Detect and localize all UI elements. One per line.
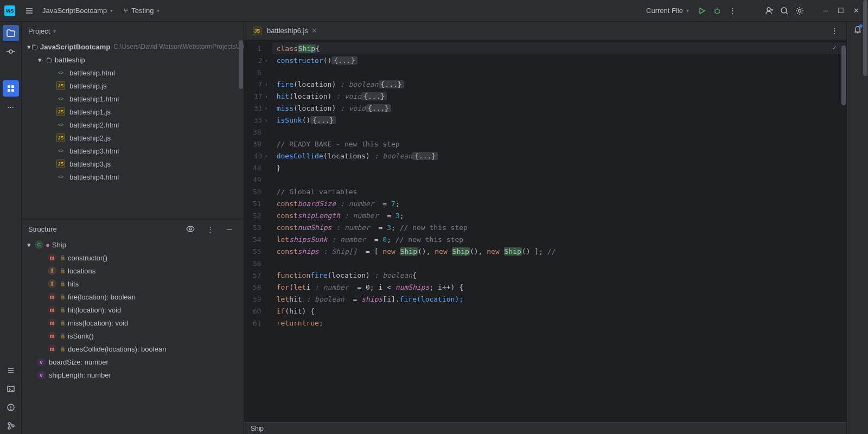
structure-member[interactable]: f🔒locations	[22, 264, 244, 277]
tree-file[interactable]: JSbattleship.js	[22, 79, 244, 92]
project-panel-header[interactable]: Project ▾	[22, 22, 244, 40]
main-menu-button[interactable]	[22, 3, 37, 18]
gutter: 1 2 ›6 7 ›17 ›31 ›35 ›38 39 40 ›48 49 50…	[244, 40, 272, 422]
structure-member[interactable]: f🔒hits	[22, 277, 244, 290]
file-label: battleship1.js	[69, 108, 111, 116]
tree-root[interactable]: ▾ 🗀 JavaScriptBootcamp C:\Users\David Wa…	[22, 40, 244, 53]
structure-more-button[interactable]: ⋮	[202, 221, 218, 237]
structure-member[interactable]: m🔒hit(location): void	[22, 303, 244, 316]
html-file-icon: <>	[56, 146, 65, 155]
structure-member[interactable]: m🔒isSunk()	[22, 329, 244, 342]
chevron-down-icon: ▾	[53, 28, 56, 34]
view-options-button[interactable]	[183, 221, 198, 237]
debug-button[interactable]	[710, 3, 725, 18]
editor-tabs: JS battleship6.js ✕ ⋮	[244, 22, 846, 40]
more-tools-button[interactable]: ⋯	[3, 99, 19, 115]
member-label: hits	[68, 280, 79, 288]
code-with-me-button[interactable]	[762, 3, 777, 18]
code-editor[interactable]: 1 2 ›6 7 ›17 ›31 ›35 ›38 39 40 ›48 49 50…	[244, 40, 846, 422]
settings-button[interactable]	[792, 3, 807, 18]
close-window-button[interactable]: ✕	[848, 3, 864, 18]
tree-file[interactable]: JSbattleship1.js	[22, 105, 244, 118]
tree-file[interactable]: JSbattleship3.js	[22, 157, 244, 170]
file-label: battleship2.html	[69, 121, 119, 129]
file-label: battleship3.js	[69, 160, 111, 168]
more-actions-button[interactable]: ⋮	[725, 3, 740, 18]
js-file-icon: JS	[56, 81, 65, 90]
collapse-panel-button[interactable]: ─	[222, 221, 237, 237]
line-number: 35 ›	[253, 114, 268, 126]
project-tool-button[interactable]	[3, 25, 19, 41]
editor-tab[interactable]: JS battleship6.js ✕	[248, 22, 322, 40]
js-file-icon: JS	[253, 27, 261, 35]
svg-point-31	[8, 427, 10, 429]
code-content[interactable]: class Ship { constructor() {...} fire(lo…	[272, 40, 846, 422]
global-label: shipLength: number	[49, 371, 111, 379]
problems-tool-button[interactable]	[3, 399, 19, 416]
field-icon: f	[48, 279, 56, 288]
tab-filename: battleship6.js	[267, 27, 308, 35]
editor-more-button[interactable]: ⋮	[827, 23, 842, 39]
line-number: 54	[253, 233, 268, 245]
svg-rect-21	[8, 89, 10, 92]
structure-member[interactable]: m🔒fire(location): boolean	[22, 290, 244, 303]
tree-file[interactable]: <>battleship2.html	[22, 118, 244, 131]
todo-tool-button[interactable]	[3, 362, 19, 379]
fold-icon[interactable]: ›	[265, 117, 268, 123]
tree-file[interactable]: <>battleship1.html	[22, 92, 244, 105]
js-file-icon: JS	[56, 133, 65, 142]
lock-icon: 🔒	[60, 307, 66, 312]
expand-icon[interactable]: ▾	[27, 241, 35, 249]
svg-point-33	[189, 228, 192, 230]
breadcrumb-item[interactable]: Ship	[251, 425, 264, 432]
svg-point-4	[715, 9, 719, 14]
line-number: 2 ›	[253, 54, 268, 66]
structure-tree[interactable]: ▾ C ● Ship m🔒constructor()f🔒locationsf🔒h…	[22, 238, 244, 434]
line-number: 61	[253, 317, 268, 329]
structure-member[interactable]: m🔒miss(location): void	[22, 316, 244, 329]
tree-file[interactable]: JSbattleship2.js	[22, 131, 244, 144]
breadcrumb-bar[interactable]: Ship	[244, 422, 846, 434]
vcs-branch-selector[interactable]: ⑂ Testing ▾	[118, 3, 165, 18]
chevron-down-icon: ▾	[110, 8, 113, 14]
commit-tool-button[interactable]	[3, 43, 19, 60]
fold-icon[interactable]: ›	[265, 153, 268, 159]
left-tool-strip: ⋯	[0, 22, 22, 434]
svg-point-16	[9, 50, 12, 53]
search-everywhere-button[interactable]	[777, 3, 792, 18]
expand-icon[interactable]: ▾	[27, 43, 31, 51]
member-label: constructor()	[68, 254, 107, 262]
notifications-button[interactable]	[853, 25, 862, 35]
vcs-tool-button[interactable]	[3, 418, 19, 434]
structure-member[interactable]: m🔒doesCollide(locations): boolean	[22, 342, 244, 355]
structure-global[interactable]: vboardSize: number	[22, 355, 244, 368]
close-tab-button[interactable]: ✕	[311, 27, 317, 35]
maximize-window-button[interactable]: ☐	[833, 3, 848, 18]
terminal-tool-button[interactable]	[3, 381, 19, 397]
minimize-window-button[interactable]: ─	[818, 3, 833, 18]
structure-class-node[interactable]: ▾ C ● Ship	[22, 238, 244, 251]
fold-icon[interactable]: ›	[265, 105, 268, 111]
tree-folder[interactable]: ▾ 🗀 battleship	[22, 53, 244, 66]
inspection-ok-icon[interactable]: ✓	[832, 43, 837, 52]
project-tree[interactable]: ▾ 🗀 JavaScriptBootcamp C:\Users\David Wa…	[22, 40, 244, 219]
method-icon: m	[48, 344, 56, 353]
tree-file[interactable]: <>battleship3.html	[22, 144, 244, 157]
tree-file[interactable]: <>battleship.html	[22, 66, 244, 79]
run-button[interactable]	[694, 3, 710, 18]
fold-icon[interactable]: ›	[265, 81, 268, 87]
lock-icon: 🔒	[60, 333, 66, 339]
expand-icon[interactable]: ▾	[38, 56, 46, 64]
tree-file[interactable]: <>battleship4.html	[22, 170, 244, 183]
project-panel-title: Project	[28, 27, 50, 35]
structure-member[interactable]: m🔒constructor()	[22, 251, 244, 264]
fold-icon[interactable]: ›	[265, 93, 268, 99]
js-file-icon: JS	[56, 159, 65, 168]
class-name: Ship	[52, 241, 66, 249]
structure-global[interactable]: vshipLength: number	[22, 368, 244, 381]
fold-icon[interactable]: ›	[265, 58, 268, 63]
run-config-selector[interactable]: Current File ▾	[641, 3, 694, 18]
structure-tool-button[interactable]	[3, 80, 19, 97]
project-selector[interactable]: JavaScriptBootcamp ▾	[37, 3, 118, 18]
method-icon: m	[48, 305, 56, 314]
